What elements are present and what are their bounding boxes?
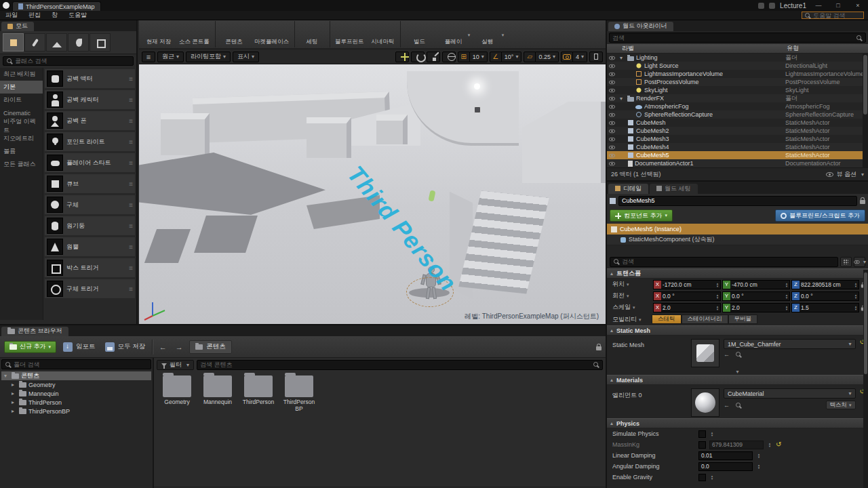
- grid-snap-icon[interactable]: ⊞: [458, 52, 470, 62]
- outliner-search-input[interactable]: [612, 35, 854, 41]
- expand-arrow-icon[interactable]: ▸: [12, 408, 17, 414]
- mode-category[interactable]: 라이트: [0, 94, 43, 106]
- help-search[interactable]: [802, 12, 864, 19]
- lock-content-browser-icon[interactable]: [596, 346, 601, 350]
- expand-arrow-icon[interactable]: ▸: [12, 382, 17, 388]
- outliner-row[interactable]: ▾ RenderFX 폴더: [607, 94, 868, 102]
- content-tree-row[interactable]: ▾ 콘텐츠: [1, 371, 151, 380]
- property-matrix-button[interactable]: [840, 257, 852, 267]
- visibility-eye-icon[interactable]: [609, 145, 615, 149]
- mode-category[interactable]: 기본: [0, 81, 43, 94]
- scale-snap-icon[interactable]: ▱: [524, 52, 536, 62]
- viewport-scene[interactable]: Third Person 레벨: ThirdPersonExampleMap (…: [139, 64, 606, 324]
- rotation-snap-value[interactable]: 10°: [502, 52, 522, 62]
- mode-tool-button[interactable]: [68, 33, 89, 52]
- folder-tile[interactable]: ThirdPerson: [241, 375, 276, 406]
- fog-sprite-icon[interactable]: [474, 106, 481, 113]
- reset-to-default-icon[interactable]: ↺: [776, 441, 781, 448]
- y-value-field[interactable]: Y0.0 °: [722, 291, 790, 301]
- spinner[interactable]: [709, 474, 715, 480]
- drag-handle-icon[interactable]: [129, 243, 133, 251]
- tab-world-outliner[interactable]: 월드 아웃라이너: [608, 22, 673, 31]
- browse-asset-icon[interactable]: [735, 351, 742, 358]
- spinner[interactable]: [709, 431, 715, 436]
- save-all-button[interactable]: 모두 저장: [102, 339, 149, 355]
- visibility-eye-icon[interactable]: [609, 137, 615, 141]
- camera-speed-icon[interactable]: [561, 52, 573, 62]
- mode-category[interactable]: 볼륨: [0, 145, 43, 158]
- column-type[interactable]: 유형: [787, 44, 868, 53]
- x-value-field[interactable]: X-1720.0 cm: [653, 280, 721, 289]
- expand-arrow-icon[interactable]: ▾: [4, 373, 9, 379]
- transform-row-label[interactable]: 위치: [612, 280, 652, 289]
- checkbox[interactable]: [698, 430, 706, 438]
- rotate-tool-button[interactable]: [411, 52, 425, 62]
- transform-section-header[interactable]: 트랜스폼: [607, 268, 868, 279]
- outliner-search[interactable]: [609, 33, 866, 43]
- mode-category[interactable]: 최근 배치됨: [0, 68, 43, 81]
- visibility-eye-icon[interactable]: [609, 153, 615, 157]
- placeable-item[interactable]: 공백 액터: [44, 68, 136, 89]
- rotation-snap-icon[interactable]: ∠: [490, 52, 502, 62]
- value-field[interactable]: 0.0: [698, 462, 753, 471]
- x-value-field[interactable]: X2.0: [653, 303, 721, 312]
- z-value-field[interactable]: Z0.0 °: [791, 291, 859, 301]
- outliner-row[interactable]: AtmosphericFog AtmosphericFog: [607, 102, 868, 110]
- expand-arrow-icon[interactable]: ▸: [12, 390, 17, 396]
- static-mesh-section-header[interactable]: Static Mesh: [607, 325, 868, 336]
- toolbar-button[interactable]: 빌드 ▾: [402, 21, 436, 47]
- expand-arrow-icon[interactable]: ▾: [620, 55, 625, 61]
- z-value-field[interactable]: Z1.5: [791, 303, 859, 312]
- z-value-field[interactable]: Z822.280518 cm: [791, 280, 859, 289]
- back-button[interactable]: ←: [157, 341, 169, 353]
- add-component-button[interactable]: 컴포넌트 추가 ▾: [610, 209, 673, 222]
- mobility-option[interactable]: 무버블: [728, 314, 758, 324]
- visibility-eye-icon[interactable]: [609, 121, 615, 125]
- filters-button[interactable]: 필터: [157, 360, 194, 370]
- toolbar-button[interactable]: 플레이 ▾: [436, 21, 470, 47]
- placeable-item[interactable]: 원기둥: [44, 216, 136, 236]
- asset-search-input[interactable]: [200, 361, 591, 368]
- spinner[interactable]: [853, 282, 859, 287]
- outliner-scrollbar[interactable]: [863, 54, 868, 167]
- details-search-input[interactable]: [622, 258, 835, 265]
- spinner[interactable]: [756, 464, 762, 469]
- outliner-row[interactable]: DocumentationActor1 DocumentationActor: [607, 159, 868, 167]
- outliner-row[interactable]: CubeMesh5 StaticMeshActor: [607, 151, 868, 159]
- placeable-item[interactable]: 플레이어 스타트: [44, 152, 136, 173]
- mode-tool-button[interactable]: [24, 33, 45, 52]
- outliner-row[interactable]: SkyLight SkyLight: [607, 86, 868, 94]
- tab-modes[interactable]: 모드: [1, 22, 34, 31]
- visibility-eye-icon[interactable]: [609, 88, 615, 92]
- outliner-row[interactable]: SphereReflectionCapture SphereReflection…: [607, 110, 868, 119]
- toolbar-button[interactable]: 콘텐츠 ▾: [217, 21, 251, 47]
- folder-tile[interactable]: Mannequin: [200, 375, 235, 406]
- content-tree-row[interactable]: ▸ Geometry: [1, 380, 151, 389]
- outliner-row[interactable]: CubeMesh2 StaticMeshActor: [607, 127, 868, 135]
- menu-item[interactable]: 도움말: [63, 11, 92, 20]
- toolbar-button[interactable]: 실행 ▾: [470, 21, 504, 47]
- content-tree-row[interactable]: ▸ ThirdPersonBP: [1, 407, 151, 415]
- drag-handle-icon[interactable]: [129, 159, 133, 167]
- spinner[interactable]: [784, 282, 789, 287]
- outliner-row[interactable]: Light Source DirectionalLight: [607, 62, 868, 70]
- drag-handle-icon[interactable]: [129, 96, 133, 104]
- component-instance-row[interactable]: CubeMesh5 (Instance): [607, 224, 868, 235]
- perspective-button[interactable]: 원근: [157, 52, 184, 62]
- transform-row-label[interactable]: 스케일: [612, 303, 652, 312]
- help-search-input[interactable]: [813, 12, 861, 19]
- expand-arrow-icon[interactable]: ▾: [620, 96, 625, 102]
- tab-content-browser[interactable]: 콘텐츠 브라우저: [1, 327, 68, 336]
- menu-item[interactable]: 편집: [23, 11, 46, 20]
- mode-tool-button[interactable]: [3, 33, 24, 52]
- asset-search[interactable]: [197, 360, 603, 370]
- translate-gizmo-green-arrow[interactable]: [428, 190, 435, 201]
- drag-handle-icon[interactable]: [129, 75, 133, 83]
- static-mesh-expander[interactable]: [607, 369, 868, 375]
- details-search[interactable]: [610, 257, 838, 267]
- visibility-eye-icon[interactable]: [609, 96, 615, 100]
- class-search[interactable]: [3, 56, 134, 66]
- transform-row-label[interactable]: 회전: [612, 291, 652, 300]
- physics-section-header[interactable]: Physics: [607, 418, 868, 428]
- actor-name-field[interactable]: [618, 196, 857, 206]
